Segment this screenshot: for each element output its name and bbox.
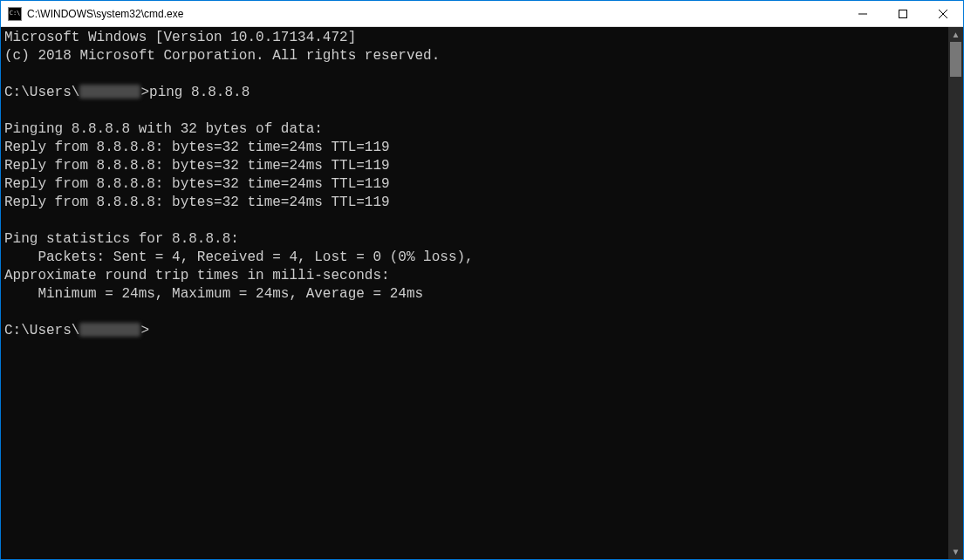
ping-stats-packets: Packets: Sent = 4, Received = 4, Lost = … <box>4 249 474 265</box>
prompt-line-2: C:\Users\> <box>4 323 149 338</box>
redacted-username <box>79 85 140 99</box>
ping-reply: Reply from 8.8.8.8: bytes=32 time=24ms T… <box>4 195 390 210</box>
titlebar[interactable]: C:\WINDOWS\system32\cmd.exe <box>1 1 963 27</box>
scroll-down-arrow-icon[interactable]: ▼ <box>948 544 963 559</box>
copyright-line: (c) 2018 Microsoft Corporation. All righ… <box>4 48 440 64</box>
scroll-up-arrow-icon[interactable]: ▲ <box>948 27 963 42</box>
maximize-button[interactable] <box>883 1 923 26</box>
ping-reply: Reply from 8.8.8.8: bytes=32 time=24ms T… <box>4 158 390 174</box>
ping-rtt-header: Approximate round trip times in milli-se… <box>4 268 390 283</box>
minimize-icon <box>858 10 867 18</box>
terminal-output[interactable]: Microsoft Windows [Version 10.0.17134.47… <box>1 27 948 559</box>
redacted-username <box>79 323 140 337</box>
window-controls <box>843 1 963 26</box>
scroll-track[interactable] <box>948 42 963 544</box>
cmd-icon <box>8 7 22 21</box>
ping-stats-header: Ping statistics for 8.8.8.8: <box>4 231 239 247</box>
os-version-line: Microsoft Windows [Version 10.0.17134.47… <box>4 30 356 45</box>
scroll-thumb[interactable] <box>950 42 961 77</box>
cmd-window: C:\WINDOWS\system32\cmd.exe Microsoft Wi… <box>0 0 964 560</box>
ping-reply: Reply from 8.8.8.8: bytes=32 time=24ms T… <box>4 176 390 192</box>
prompt-line-1: C:\Users\>ping 8.8.8.8 <box>4 85 250 100</box>
ping-header: Pinging 8.8.8.8 with 32 bytes of data: <box>4 121 323 137</box>
close-icon <box>939 10 947 18</box>
vertical-scrollbar[interactable]: ▲ ▼ <box>948 27 963 559</box>
svg-rect-1 <box>899 10 907 17</box>
window-title: C:\WINDOWS\system32\cmd.exe <box>27 8 183 20</box>
maximize-icon <box>899 10 907 18</box>
close-button[interactable] <box>923 1 963 26</box>
ping-rtt-values: Minimum = 24ms, Maximum = 24ms, Average … <box>4 286 423 302</box>
ping-reply: Reply from 8.8.8.8: bytes=32 time=24ms T… <box>4 140 390 155</box>
client-area: Microsoft Windows [Version 10.0.17134.47… <box>1 27 963 559</box>
minimize-button[interactable] <box>843 1 883 26</box>
